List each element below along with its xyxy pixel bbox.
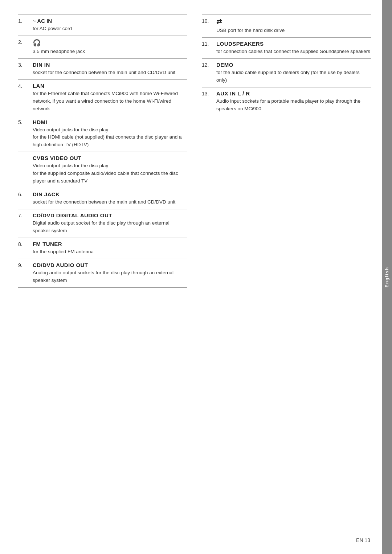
item-number: 1. (18, 18, 33, 24)
item-title: CVBS VIDEO OUT (33, 155, 187, 161)
item-title: FM TUNER (33, 241, 187, 247)
item-title: CD/DVD DIGITAL AUDIO OUT (33, 212, 187, 218)
item-body: DIN IN socket for the connection between… (33, 62, 187, 77)
item-body: DEMO for the audio cable supplied to dea… (216, 62, 371, 84)
item-number: 12. (202, 62, 216, 68)
item-desc: for the supplied FM antenna (33, 248, 187, 256)
item-desc: for the audio cable supplied to dealers … (216, 69, 371, 84)
divider (202, 116, 371, 116)
item-desc: for AC power cord (33, 25, 187, 33)
item-number: 5. (18, 119, 33, 125)
item-body: DIN JACK socket for the connection betwe… (33, 191, 187, 206)
item-body: LOUDSPEAKERS for connection cables that … (216, 41, 371, 56)
page-container: 1. ~ AC IN for AC power cord 2. 🎧 3.5 mm… (0, 0, 392, 554)
item-number (18, 155, 33, 155)
item-title: HDMI (33, 119, 187, 125)
list-item: 4. LAN for the Ethernet cable that conne… (18, 79, 187, 116)
item-number: 2. (18, 39, 33, 45)
item-title: ~ AC IN (33, 18, 187, 24)
item-title: DIN IN (33, 62, 187, 68)
item-body: FM TUNER for the supplied FM antenna (33, 241, 187, 256)
item-title: LOUDSPEAKERS (216, 41, 371, 47)
list-item: 3. DIN IN socket for the connection betw… (18, 58, 187, 79)
item-desc: socket for the connection between the ma… (33, 69, 187, 77)
item-desc: Analog audio output sockets for the disc… (33, 269, 187, 284)
list-item: 9. CD/DVD AUDIO OUT Analog audio output … (18, 259, 187, 287)
sidebar: English (382, 0, 392, 554)
item-body: AUX IN L / R Audio input sockets for a p… (216, 90, 371, 113)
list-item: 8. FM TUNER for the supplied FM antenna (18, 238, 187, 259)
item-desc: socket for the connection between the ma… (33, 198, 187, 206)
footer: EN 13 (356, 537, 370, 543)
item-number: 7. (18, 212, 33, 218)
item-title: CD/DVD AUDIO OUT (33, 262, 187, 268)
item-body: LAN for the Ethernet cable that connects… (33, 83, 187, 113)
item-number: 13. (202, 90, 216, 97)
item-desc: Video output jacks for the disc playfor … (33, 162, 187, 185)
item-number: 3. (18, 62, 33, 68)
divider (18, 287, 187, 288)
item-desc: 3.5 mm headphone jack (33, 48, 187, 56)
page-number: EN 13 (356, 537, 370, 543)
item-title: LAN (33, 83, 187, 89)
headphone-icon: 🎧 (33, 39, 41, 46)
item-desc: USB port for the hard disk drive (216, 27, 371, 34)
item-desc: Digital audio output socket for the disc… (33, 219, 187, 235)
list-item: 10. ⇄ USB port for the hard disk drive (202, 15, 371, 37)
item-title: DIN JACK (33, 191, 187, 197)
item-number: 8. (18, 241, 33, 247)
item-body: HDMI Video output jacks for the disc pla… (33, 119, 187, 149)
list-item: 13. AUX IN L / R Audio input sockets for… (202, 87, 371, 116)
item-body: 🎧 3.5 mm headphone jack (33, 39, 187, 56)
item-desc: Video output jacks for the disc playfor … (33, 126, 187, 149)
list-item: 12. DEMO for the audio cable supplied to… (202, 58, 371, 87)
main-content: 1. ~ AC IN for AC power cord 2. 🎧 3.5 mm… (0, 0, 382, 554)
item-desc: for connection cables that connect the s… (216, 48, 371, 56)
item-title: 🎧 (33, 39, 187, 47)
item-number: 6. (18, 191, 33, 197)
list-item: 2. 🎧 3.5 mm headphone jack (18, 36, 187, 58)
item-body: CD/DVD AUDIO OUT Analog audio output soc… (33, 262, 187, 284)
list-item: 6. DIN JACK socket for the connection be… (18, 188, 187, 209)
item-body: ~ AC IN for AC power cord (33, 18, 187, 33)
list-item: 11. LOUDSPEAKERS for connection cables t… (202, 37, 371, 58)
item-number: 11. (202, 41, 216, 47)
item-number: 4. (18, 83, 33, 89)
list-item: 7. CD/DVD DIGITAL AUDIO OUT Digital audi… (18, 209, 187, 238)
item-number: 10. (202, 18, 216, 24)
item-title: AUX IN L / R (216, 90, 371, 97)
item-desc: Audio input sockets for a portable media… (216, 98, 371, 113)
right-column: 10. ⇄ USB port for the hard disk drive 1… (195, 15, 371, 532)
item-body: CD/DVD DIGITAL AUDIO OUT Digital audio o… (33, 212, 187, 235)
list-item: CVBS VIDEO OUT Video output jacks for th… (18, 152, 187, 188)
item-body: ⇄ USB port for the hard disk drive (216, 18, 371, 34)
item-desc: for the Ethernet cable that connects MCi… (33, 90, 187, 113)
item-title: DEMO (216, 62, 371, 68)
list-item: 5. HDMI Video output jacks for the disc … (18, 116, 187, 152)
item-number: 9. (18, 262, 33, 268)
list-item: 1. ~ AC IN for AC power cord (18, 15, 187, 36)
item-body: CVBS VIDEO OUT Video output jacks for th… (33, 155, 187, 185)
sidebar-label: English (384, 267, 389, 287)
item-title: ⇄ (216, 18, 371, 26)
left-column: 1. ~ AC IN for AC power cord 2. 🎧 3.5 mm… (18, 15, 195, 532)
usb-icon: ⇄ (216, 18, 222, 25)
